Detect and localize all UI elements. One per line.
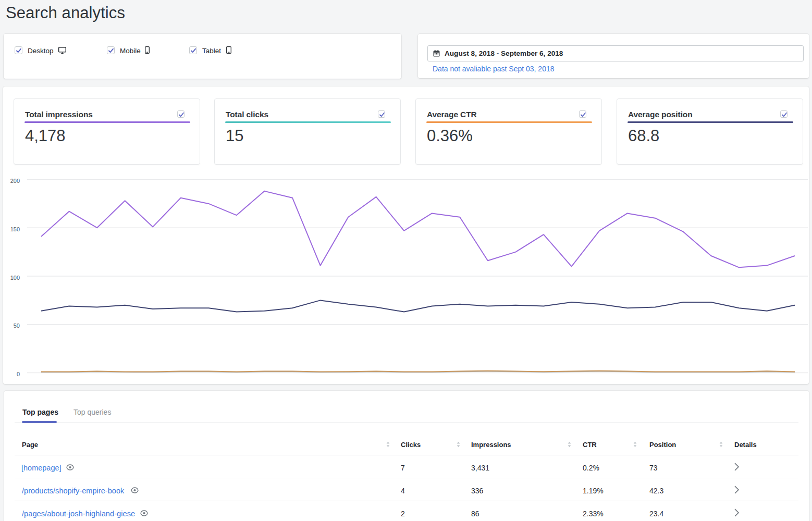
- svg-text:100: 100: [10, 275, 20, 281]
- svg-text:150: 150: [10, 226, 20, 232]
- svg-text:0: 0: [17, 371, 20, 377]
- svg-text:50: 50: [14, 322, 20, 329]
- svg-text:200: 200: [10, 178, 20, 184]
